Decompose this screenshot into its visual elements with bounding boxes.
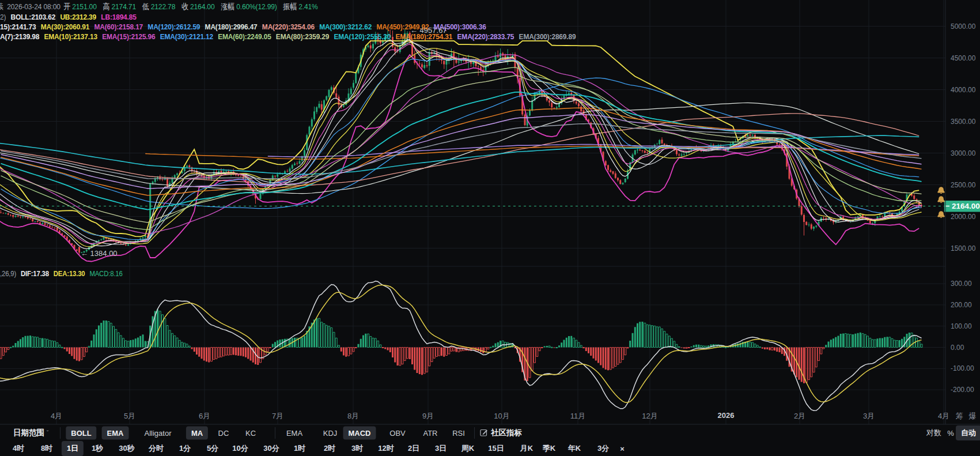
svg-text:3500.00: 3500.00 — [951, 118, 976, 126]
svg-text:5000.00: 5000.00 — [951, 22, 976, 31]
svg-text:2500.00: 2500.00 — [951, 181, 976, 189]
svg-text:100.00: 100.00 — [951, 322, 972, 330]
svg-text:2000.00: 2000.00 — [951, 213, 976, 221]
svg-text:4000.00: 4000.00 — [951, 86, 976, 94]
svg-text:2164.00: 2164.00 — [952, 202, 980, 210]
svg-text:-100.00: -100.00 — [951, 364, 974, 372]
svg-text:-200.00: -200.00 — [951, 386, 974, 394]
svg-text:3000.00: 3000.00 — [951, 149, 976, 157]
svg-text:4500.00: 4500.00 — [951, 54, 976, 62]
svg-text:200.00: 200.00 — [951, 301, 972, 309]
svg-text:← 1384.00: ← 1384.00 — [81, 249, 118, 258]
svg-text:0.00: 0.00 — [951, 344, 964, 352]
svg-text:300.00: 300.00 — [951, 280, 972, 288]
svg-text:1500.00: 1500.00 — [951, 244, 976, 253]
